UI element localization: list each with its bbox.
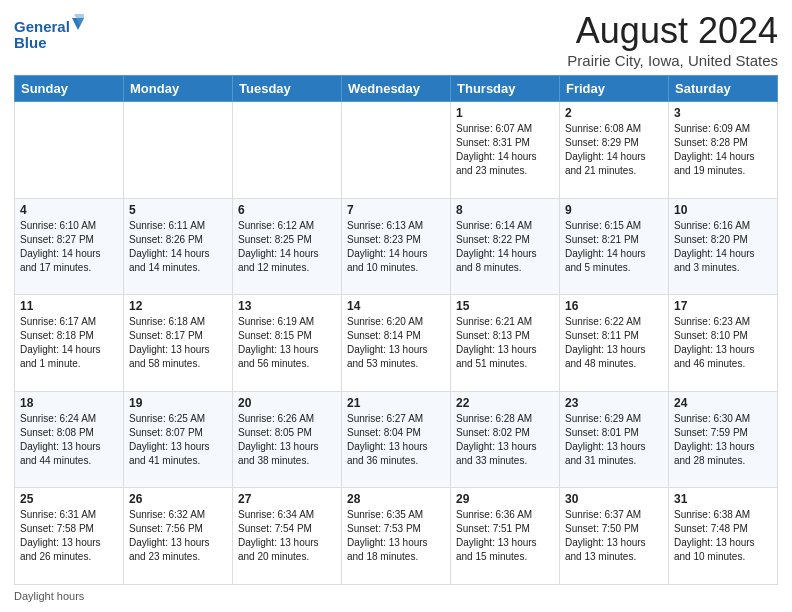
day-number-5: 5 xyxy=(129,203,227,217)
week-row-2: 4Sunrise: 6:10 AM Sunset: 8:27 PM Daylig… xyxy=(15,198,778,295)
week-row-4: 18Sunrise: 6:24 AM Sunset: 8:08 PM Dayli… xyxy=(15,391,778,488)
day-29: 29Sunrise: 6:36 AM Sunset: 7:51 PM Dayli… xyxy=(451,488,560,585)
day-info-2: Sunrise: 6:08 AM Sunset: 8:29 PM Dayligh… xyxy=(565,122,663,178)
day-info-23: Sunrise: 6:29 AM Sunset: 8:01 PM Dayligh… xyxy=(565,412,663,468)
day-number-2: 2 xyxy=(565,106,663,120)
day-info-18: Sunrise: 6:24 AM Sunset: 8:08 PM Dayligh… xyxy=(20,412,118,468)
title-block: August 2024 Prairie City, Iowa, United S… xyxy=(567,10,778,69)
week-row-3: 11Sunrise: 6:17 AM Sunset: 8:18 PM Dayli… xyxy=(15,295,778,392)
day-info-3: Sunrise: 6:09 AM Sunset: 8:28 PM Dayligh… xyxy=(674,122,772,178)
day-18: 18Sunrise: 6:24 AM Sunset: 8:08 PM Dayli… xyxy=(15,391,124,488)
calendar-table: SundayMondayTuesdayWednesdayThursdayFrid… xyxy=(14,75,778,585)
day-8: 8Sunrise: 6:14 AM Sunset: 8:22 PM Daylig… xyxy=(451,198,560,295)
weekday-monday: Monday xyxy=(124,76,233,102)
subtitle: Prairie City, Iowa, United States xyxy=(567,52,778,69)
day-17: 17Sunrise: 6:23 AM Sunset: 8:10 PM Dayli… xyxy=(669,295,778,392)
empty-cell-w0-d3 xyxy=(342,102,451,199)
day-number-17: 17 xyxy=(674,299,772,313)
day-info-25: Sunrise: 6:31 AM Sunset: 7:58 PM Dayligh… xyxy=(20,508,118,564)
day-number-28: 28 xyxy=(347,492,445,506)
day-27: 27Sunrise: 6:34 AM Sunset: 7:54 PM Dayli… xyxy=(233,488,342,585)
week-row-1: 1Sunrise: 6:07 AM Sunset: 8:31 PM Daylig… xyxy=(15,102,778,199)
weekday-sunday: Sunday xyxy=(15,76,124,102)
day-number-20: 20 xyxy=(238,396,336,410)
day-number-6: 6 xyxy=(238,203,336,217)
day-info-6: Sunrise: 6:12 AM Sunset: 8:25 PM Dayligh… xyxy=(238,219,336,275)
day-number-26: 26 xyxy=(129,492,227,506)
page: General Blue August 2024 Prairie City, I… xyxy=(0,0,792,612)
day-22: 22Sunrise: 6:28 AM Sunset: 8:02 PM Dayli… xyxy=(451,391,560,488)
day-number-27: 27 xyxy=(238,492,336,506)
day-14: 14Sunrise: 6:20 AM Sunset: 8:14 PM Dayli… xyxy=(342,295,451,392)
day-info-17: Sunrise: 6:23 AM Sunset: 8:10 PM Dayligh… xyxy=(674,315,772,371)
day-info-20: Sunrise: 6:26 AM Sunset: 8:05 PM Dayligh… xyxy=(238,412,336,468)
day-info-14: Sunrise: 6:20 AM Sunset: 8:14 PM Dayligh… xyxy=(347,315,445,371)
day-number-19: 19 xyxy=(129,396,227,410)
day-number-18: 18 xyxy=(20,396,118,410)
day-number-12: 12 xyxy=(129,299,227,313)
day-number-13: 13 xyxy=(238,299,336,313)
weekday-friday: Friday xyxy=(560,76,669,102)
day-number-22: 22 xyxy=(456,396,554,410)
day-21: 21Sunrise: 6:27 AM Sunset: 8:04 PM Dayli… xyxy=(342,391,451,488)
day-number-29: 29 xyxy=(456,492,554,506)
day-number-9: 9 xyxy=(565,203,663,217)
day-9: 9Sunrise: 6:15 AM Sunset: 8:21 PM Daylig… xyxy=(560,198,669,295)
day-number-31: 31 xyxy=(674,492,772,506)
week-row-5: 25Sunrise: 6:31 AM Sunset: 7:58 PM Dayli… xyxy=(15,488,778,585)
day-info-28: Sunrise: 6:35 AM Sunset: 7:53 PM Dayligh… xyxy=(347,508,445,564)
footer: Daylight hours xyxy=(14,590,778,602)
day-12: 12Sunrise: 6:18 AM Sunset: 8:17 PM Dayli… xyxy=(124,295,233,392)
day-15: 15Sunrise: 6:21 AM Sunset: 8:13 PM Dayli… xyxy=(451,295,560,392)
day-13: 13Sunrise: 6:19 AM Sunset: 8:15 PM Dayli… xyxy=(233,295,342,392)
day-11: 11Sunrise: 6:17 AM Sunset: 8:18 PM Dayli… xyxy=(15,295,124,392)
day-1: 1Sunrise: 6:07 AM Sunset: 8:31 PM Daylig… xyxy=(451,102,560,199)
day-info-5: Sunrise: 6:11 AM Sunset: 8:26 PM Dayligh… xyxy=(129,219,227,275)
day-info-19: Sunrise: 6:25 AM Sunset: 8:07 PM Dayligh… xyxy=(129,412,227,468)
day-info-30: Sunrise: 6:37 AM Sunset: 7:50 PM Dayligh… xyxy=(565,508,663,564)
day-info-22: Sunrise: 6:28 AM Sunset: 8:02 PM Dayligh… xyxy=(456,412,554,468)
day-5: 5Sunrise: 6:11 AM Sunset: 8:26 PM Daylig… xyxy=(124,198,233,295)
day-number-10: 10 xyxy=(674,203,772,217)
day-number-23: 23 xyxy=(565,396,663,410)
day-number-11: 11 xyxy=(20,299,118,313)
day-23: 23Sunrise: 6:29 AM Sunset: 8:01 PM Dayli… xyxy=(560,391,669,488)
day-number-7: 7 xyxy=(347,203,445,217)
day-24: 24Sunrise: 6:30 AM Sunset: 7:59 PM Dayli… xyxy=(669,391,778,488)
day-3: 3Sunrise: 6:09 AM Sunset: 8:28 PM Daylig… xyxy=(669,102,778,199)
day-2: 2Sunrise: 6:08 AM Sunset: 8:29 PM Daylig… xyxy=(560,102,669,199)
day-4: 4Sunrise: 6:10 AM Sunset: 8:27 PM Daylig… xyxy=(15,198,124,295)
logo: General Blue xyxy=(14,14,84,54)
day-30: 30Sunrise: 6:37 AM Sunset: 7:50 PM Dayli… xyxy=(560,488,669,585)
day-number-1: 1 xyxy=(456,106,554,120)
day-number-8: 8 xyxy=(456,203,554,217)
day-number-25: 25 xyxy=(20,492,118,506)
day-10: 10Sunrise: 6:16 AM Sunset: 8:20 PM Dayli… xyxy=(669,198,778,295)
day-info-9: Sunrise: 6:15 AM Sunset: 8:21 PM Dayligh… xyxy=(565,219,663,275)
day-info-11: Sunrise: 6:17 AM Sunset: 8:18 PM Dayligh… xyxy=(20,315,118,371)
day-info-13: Sunrise: 6:19 AM Sunset: 8:15 PM Dayligh… xyxy=(238,315,336,371)
empty-cell-w0-d1 xyxy=(124,102,233,199)
svg-text:Blue: Blue xyxy=(14,34,47,51)
weekday-saturday: Saturday xyxy=(669,76,778,102)
day-26: 26Sunrise: 6:32 AM Sunset: 7:56 PM Dayli… xyxy=(124,488,233,585)
day-info-26: Sunrise: 6:32 AM Sunset: 7:56 PM Dayligh… xyxy=(129,508,227,564)
day-info-27: Sunrise: 6:34 AM Sunset: 7:54 PM Dayligh… xyxy=(238,508,336,564)
empty-cell-w0-d0 xyxy=(15,102,124,199)
day-info-4: Sunrise: 6:10 AM Sunset: 8:27 PM Dayligh… xyxy=(20,219,118,275)
header: General Blue August 2024 Prairie City, I… xyxy=(14,10,778,69)
day-number-4: 4 xyxy=(20,203,118,217)
day-25: 25Sunrise: 6:31 AM Sunset: 7:58 PM Dayli… xyxy=(15,488,124,585)
weekday-header-row: SundayMondayTuesdayWednesdayThursdayFrid… xyxy=(15,76,778,102)
weekday-wednesday: Wednesday xyxy=(342,76,451,102)
day-19: 19Sunrise: 6:25 AM Sunset: 8:07 PM Dayli… xyxy=(124,391,233,488)
day-number-14: 14 xyxy=(347,299,445,313)
weekday-thursday: Thursday xyxy=(451,76,560,102)
empty-cell-w0-d2 xyxy=(233,102,342,199)
day-7: 7Sunrise: 6:13 AM Sunset: 8:23 PM Daylig… xyxy=(342,198,451,295)
day-info-16: Sunrise: 6:22 AM Sunset: 8:11 PM Dayligh… xyxy=(565,315,663,371)
day-number-15: 15 xyxy=(456,299,554,313)
day-16: 16Sunrise: 6:22 AM Sunset: 8:11 PM Dayli… xyxy=(560,295,669,392)
day-number-16: 16 xyxy=(565,299,663,313)
main-title: August 2024 xyxy=(567,10,778,52)
